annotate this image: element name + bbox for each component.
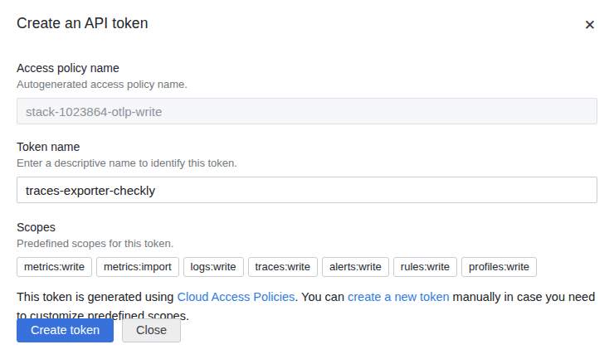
create-new-token-link[interactable]: create a new token — [348, 290, 450, 303]
close-button[interactable]: Close — [122, 318, 181, 342]
modal-header: Create an API token ✕ — [17, 15, 597, 36]
close-icon[interactable]: ✕ — [582, 15, 597, 36]
modal-actions: Create token Close — [17, 318, 181, 342]
access-policy-input — [17, 98, 597, 124]
create-api-token-modal: Create an API token ✕ Access policy name… — [0, 0, 614, 364]
scope-chip: metrics:import — [96, 257, 179, 277]
token-name-input[interactable] — [17, 177, 597, 203]
modal-title: Create an API token — [17, 15, 149, 32]
scope-chip: metrics:write — [17, 257, 92, 277]
note-text: This token is generated using — [17, 290, 177, 303]
access-policy-field: Access policy name Autogenerated access … — [17, 61, 597, 124]
scope-chip: rules:write — [393, 257, 457, 277]
access-policy-label: Access policy name — [17, 61, 597, 75]
token-name-field: Token name Enter a descriptive name to i… — [17, 140, 597, 203]
token-name-label: Token name — [17, 140, 597, 154]
scope-chip: logs:write — [183, 257, 244, 277]
scopes-field: Scopes Predefined scopes for this token.… — [17, 221, 597, 277]
scopes-helper: Predefined scopes for this token. — [17, 237, 597, 250]
access-policy-helper: Autogenerated access policy name. — [17, 78, 597, 91]
scope-chip-list: metrics:write metrics:import logs:write … — [17, 257, 597, 277]
scope-chip: alerts:write — [322, 257, 389, 277]
scope-chip: profiles:write — [461, 257, 537, 277]
cloud-access-policies-link[interactable]: Cloud Access Policies — [177, 290, 295, 303]
note-text: . You can — [295, 290, 348, 303]
create-token-button[interactable]: Create token — [17, 318, 114, 342]
scope-chip: traces:write — [248, 257, 318, 277]
scopes-label: Scopes — [17, 221, 597, 235]
token-name-helper: Enter a descriptive name to identify thi… — [17, 157, 597, 170]
